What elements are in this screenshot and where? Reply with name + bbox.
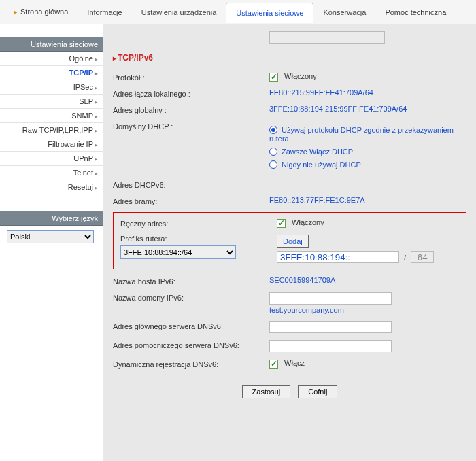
- ddns-enabled-text: Włącz: [284, 359, 305, 367]
- ddns-label: Dynamiczna rejestracja DNSv6:: [113, 359, 269, 369]
- cidr-input[interactable]: [411, 251, 434, 263]
- add-button[interactable]: Dodaj: [277, 235, 309, 248]
- nav-maintenance[interactable]: Konserwacja: [313, 3, 375, 22]
- prefix-input[interactable]: [277, 251, 399, 263]
- linklocal-label: Adres łącza lokalnego :: [113, 88, 269, 98]
- dhcpv6addr-label: Adres DHCPv6:: [113, 180, 269, 189]
- sidebar-title: Ustawienia sieciowe: [0, 37, 103, 52]
- nav-device[interactable]: Ustawienia urządzenia: [132, 3, 226, 22]
- sidebar-item-ipsec[interactable]: IPSec▸: [0, 80, 103, 95]
- sidebar-item-telnet[interactable]: Telnet▸: [0, 166, 103, 180]
- radio-icon: [269, 148, 277, 156]
- dns2-input[interactable]: [269, 340, 392, 352]
- nav-network[interactable]: Ustawienia sieciowe: [226, 3, 313, 23]
- sidebar-item-upnp[interactable]: UPnP▸: [0, 152, 103, 166]
- sidebar-item-general[interactable]: Ogólne▸: [0, 52, 103, 66]
- sidebar-item-snmp[interactable]: SNMP▸: [0, 109, 103, 123]
- dns1-input[interactable]: [269, 321, 392, 333]
- sidebar-lang-title: Wybierz język: [0, 211, 103, 226]
- protocol-label: Protokół :: [113, 72, 269, 82]
- slash-sep: /: [404, 254, 406, 262]
- protocol-enabled-text: Włączony: [284, 72, 317, 80]
- sidebar-item-reset[interactable]: Resetuj▸: [0, 180, 103, 194]
- radio-icon: [269, 160, 277, 169]
- hostname-value: SEC00159941709A: [269, 276, 466, 284]
- prefix-label: Prefiks rutera:: [120, 235, 277, 243]
- section-title: TCP/IPv6: [113, 53, 466, 63]
- dhcp-opt-2[interactable]: Nigdy nie używaj DHCP: [269, 160, 466, 169]
- undo-button[interactable]: Cofnij: [298, 385, 337, 398]
- linklocal-value: FE80::215:99FF:FE41:709A/64: [269, 88, 466, 97]
- manual-address-box: Ręczny adres: Włączony Prefiks rutera: 3…: [113, 212, 466, 269]
- truncated-input[interactable]: [269, 31, 385, 44]
- global-value: 3FFE:10:88:194:215:99FF:FE41:709A/64: [269, 105, 466, 113]
- dns2-label: Adres pomocniczego serwera DNSv6:: [113, 340, 269, 349]
- nav-home[interactable]: Strona główna: [4, 2, 78, 22]
- dhcp-label: Domyślny DHCP :: [113, 121, 269, 131]
- domainname-label: Nazwa domeny IPv6:: [113, 292, 269, 302]
- dhcp-opt-0[interactable]: Używaj protokołu DHCP zgodnie z przekazy…: [269, 125, 466, 143]
- nav-support[interactable]: Pomoc techniczna: [375, 3, 456, 22]
- sidebar-item-tcpip[interactable]: TCP/IP▸: [0, 66, 103, 80]
- hostname-label: Nazwa hosta IPv6:: [113, 276, 269, 286]
- manual-label: Ręczny adres:: [120, 218, 277, 228]
- gateway-label: Adres bramy:: [113, 196, 269, 205]
- main-panel: TCP/IPv6 Protokół : Włączony Adres łącza…: [103, 24, 476, 461]
- top-nav: Strona główna Informacje Ustawienia urzą…: [0, 0, 476, 24]
- manual-checkbox[interactable]: [277, 219, 286, 228]
- manual-enabled-text: Włączony: [292, 218, 324, 226]
- sidebar: Ustawienia sieciowe Ogólne▸ TCP/IP▸ IPSe…: [0, 24, 103, 461]
- truncated-row: [113, 31, 466, 44]
- protocol-checkbox[interactable]: [269, 73, 278, 82]
- radio-icon: [269, 126, 277, 134]
- domainname-hint: test.yourcompany.com: [269, 306, 466, 314]
- dhcp-opt-1[interactable]: Zawsze Włącz DHCP: [269, 147, 466, 156]
- ddns-checkbox[interactable]: [269, 360, 278, 369]
- dns1-label: Adres głównego serwera DNSv6:: [113, 321, 269, 330]
- apply-button[interactable]: Zastosuj: [242, 385, 291, 398]
- gateway-value: FE80::213:77FF:FE1C:9E7A: [269, 196, 466, 204]
- sidebar-item-raw[interactable]: Raw TCP/IP,LPR,IPP▸: [0, 123, 103, 137]
- nav-info[interactable]: Informacje: [78, 3, 131, 22]
- sidebar-item-ipfilter[interactable]: Filtrowanie IP▸: [0, 137, 103, 152]
- global-label: Adres globalny :: [113, 105, 269, 114]
- domainname-input[interactable]: [269, 292, 392, 305]
- prefix-select[interactable]: 3FFE:10:88:194::/64: [120, 245, 236, 259]
- language-select[interactable]: Polski: [7, 230, 94, 243]
- sidebar-item-slp[interactable]: SLP▸: [0, 95, 103, 109]
